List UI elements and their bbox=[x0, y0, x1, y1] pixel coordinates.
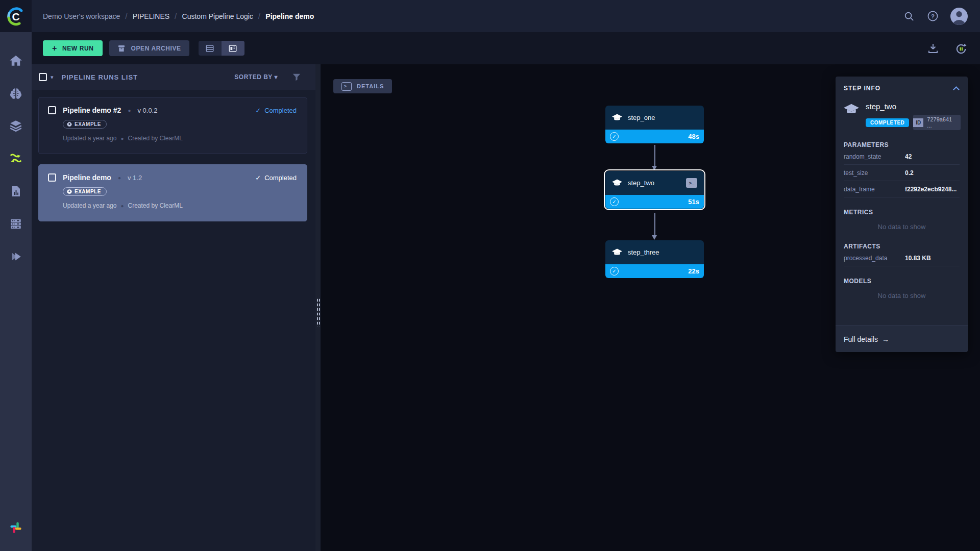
svg-text:?: ? bbox=[931, 13, 935, 19]
breadcrumb-project[interactable]: Custom Pipeline Logic bbox=[182, 12, 253, 20]
metrics-empty-state: No data to show bbox=[836, 216, 968, 233]
dag-node-step-one[interactable]: step_one ✓ 48s bbox=[605, 106, 704, 143]
select-dropdown-caret-icon[interactable]: ▾ bbox=[51, 74, 54, 81]
parameters-section-title: PARAMETERS bbox=[836, 141, 968, 148]
run-card-pipeline-demo-2[interactable]: Pipeline demo #2 ● v 0.0.2 ✓ Completed E… bbox=[38, 97, 307, 154]
table-view-toggle[interactable] bbox=[199, 41, 222, 56]
home-icon bbox=[9, 54, 22, 67]
search-icon[interactable] bbox=[903, 11, 915, 22]
node-name: step_one bbox=[628, 114, 655, 121]
artifacts-section-title: ARTIFACTS bbox=[836, 243, 968, 250]
run-tags-row: EXAMPLE bbox=[63, 119, 297, 129]
run-checkbox[interactable] bbox=[48, 173, 56, 182]
clearml-logo-icon: C bbox=[6, 6, 26, 27]
parameter-row: data_frame f2292e2ecb9248... bbox=[844, 181, 960, 197]
dag-node-step-two[interactable]: step_two >_ ✓ 51s bbox=[605, 171, 704, 209]
run-card-main-row: Pipeline demo ● v 1.2 ✓ Completed bbox=[48, 173, 297, 182]
sorted-by-label: SORTED BY bbox=[234, 73, 272, 81]
dag-node-step-two-selected[interactable]: step_two >_ ✓ 51s bbox=[604, 169, 705, 210]
sidebar-item-pipelines[interactable] bbox=[0, 142, 32, 175]
sorted-by-button[interactable]: SORTED BY ▾ bbox=[234, 73, 278, 81]
dag-edge-one-two bbox=[653, 145, 656, 170]
workers-icon bbox=[9, 217, 22, 231]
parameter-label: random_state bbox=[844, 153, 905, 160]
user-avatar[interactable] bbox=[950, 8, 968, 25]
run-status-badge: ✓ Completed bbox=[255, 107, 297, 114]
run-meta-row: Updated a year ago ● Created by ClearML bbox=[63, 202, 297, 209]
header-actions: ? bbox=[903, 8, 968, 25]
sidebar-item-home[interactable] bbox=[0, 44, 32, 77]
breadcrumb-workspace[interactable]: Demo User's workspace bbox=[43, 12, 120, 20]
parameter-row: random_state 42 bbox=[844, 148, 960, 165]
full-details-button[interactable]: Full details → bbox=[836, 325, 968, 352]
id-label: ID bbox=[913, 118, 923, 127]
breadcrumb: Demo User's workspace / PIPELINES / Cust… bbox=[43, 12, 314, 21]
open-archive-button[interactable]: OPEN ARCHIVE bbox=[109, 40, 189, 56]
sidebar-item-applications[interactable] bbox=[0, 240, 32, 273]
breadcrumb-current-run: Pipeline demo bbox=[265, 12, 314, 20]
step-name: step_two bbox=[866, 102, 961, 111]
step-id-chip[interactable]: ID 7279a641 ... bbox=[913, 115, 961, 130]
sidebar-item-workers-queues[interactable] bbox=[0, 208, 32, 240]
auto-refresh-pause-icon[interactable] bbox=[954, 42, 967, 55]
select-all-checkbox[interactable] bbox=[39, 73, 47, 81]
breadcrumb-pipelines[interactable]: PIPELINES bbox=[133, 12, 169, 20]
terminal-icon[interactable]: >_ bbox=[686, 178, 697, 188]
sidebar-item-reports[interactable] bbox=[0, 175, 32, 208]
completed-check-icon: ✓ bbox=[610, 267, 619, 276]
run-updated: Updated a year ago bbox=[63, 202, 116, 209]
toolbar-right-actions bbox=[927, 42, 967, 55]
step-info-panel: STEP INFO step_two COMPLETED ID 7279a641… bbox=[836, 77, 968, 352]
archive-icon bbox=[117, 44, 126, 53]
node-duration: 48s bbox=[688, 133, 699, 140]
breadcrumb-separator: / bbox=[125, 12, 127, 21]
node-title-row: step_two >_ bbox=[605, 171, 704, 195]
layers-icon bbox=[9, 119, 22, 133]
parameter-value: f2292e2ecb9248... bbox=[905, 186, 957, 193]
artifact-row: processed_data 10.83 KB bbox=[844, 250, 960, 266]
dot-separator: ● bbox=[120, 203, 124, 209]
step-cap-icon bbox=[612, 248, 622, 257]
run-card-pipeline-demo-selected[interactable]: Pipeline demo ● v 1.2 ✓ Completed EXAMPL… bbox=[38, 164, 307, 221]
node-title-row: step_one bbox=[605, 106, 704, 130]
step-identity: step_two COMPLETED ID 7279a641 ... bbox=[836, 92, 968, 130]
sidebar-item-projects[interactable] bbox=[0, 77, 32, 110]
help-icon[interactable]: ? bbox=[927, 11, 938, 22]
top-header: Demo User's workspace / PIPELINES / Cust… bbox=[32, 0, 980, 32]
arrow-right-icon: → bbox=[882, 335, 889, 343]
details-button[interactable]: >_ DETAILS bbox=[333, 79, 392, 93]
split-view-icon bbox=[228, 44, 237, 53]
dag-node-step-three[interactable]: step_three ✓ 22s bbox=[605, 240, 704, 278]
breadcrumb-separator: / bbox=[175, 12, 177, 21]
tag-label: EXAMPLE bbox=[75, 189, 101, 194]
parameter-value: 42 bbox=[905, 153, 912, 160]
run-name: Pipeline demo #2 bbox=[63, 106, 121, 114]
svg-text:C: C bbox=[12, 11, 19, 22]
resizer-drag-handle[interactable] bbox=[316, 298, 320, 327]
node-duration: 22s bbox=[688, 267, 699, 275]
node-duration: 51s bbox=[688, 198, 699, 206]
step-cap-icon bbox=[612, 179, 622, 187]
artifact-label: processed_data bbox=[844, 255, 905, 262]
filter-icon[interactable] bbox=[292, 72, 301, 82]
sidebar-item-slack[interactable] bbox=[0, 511, 32, 544]
view-toggle bbox=[199, 41, 244, 56]
run-checkbox[interactable] bbox=[48, 106, 56, 114]
sidebar-nav bbox=[0, 32, 32, 551]
clearml-logo[interactable]: C bbox=[0, 0, 32, 32]
split-view-toggle[interactable] bbox=[222, 41, 244, 56]
sidebar-item-datasets[interactable] bbox=[0, 110, 32, 142]
step-cap-icon bbox=[612, 114, 622, 122]
full-details-label: Full details bbox=[844, 335, 878, 343]
tag-example[interactable]: EXAMPLE bbox=[63, 120, 107, 129]
new-run-button[interactable]: + NEW RUN bbox=[43, 40, 103, 56]
step-cap-icon bbox=[844, 104, 859, 116]
download-icon[interactable] bbox=[927, 42, 939, 55]
tag-example[interactable]: EXAMPLE bbox=[63, 187, 107, 196]
clearml-app: C Demo User's workspace / PIPELINES / Cu… bbox=[0, 0, 980, 551]
details-label: DETAILS bbox=[357, 83, 384, 89]
artifact-value: 10.83 KB bbox=[905, 255, 931, 262]
dot-separator: ● bbox=[128, 108, 131, 113]
node-status-bar: ✓ 48s bbox=[605, 130, 704, 143]
parameter-row: test_size 0.2 bbox=[844, 165, 960, 181]
